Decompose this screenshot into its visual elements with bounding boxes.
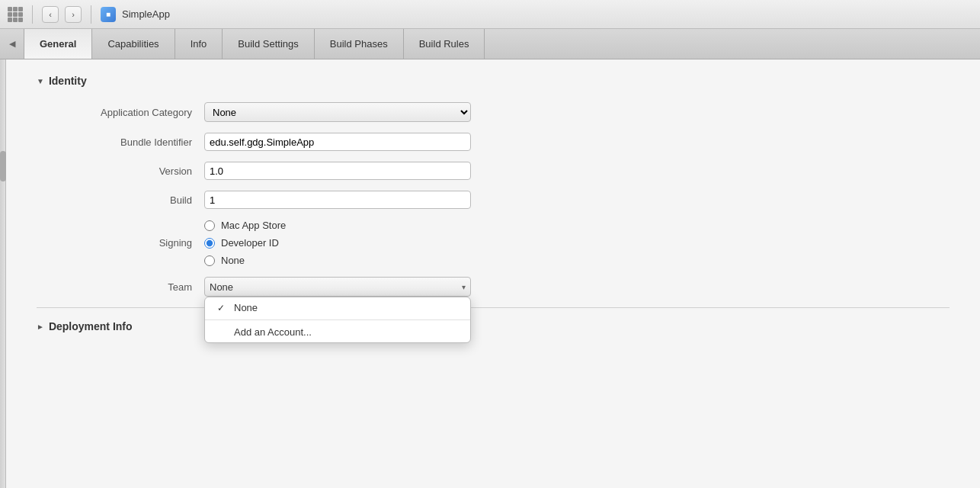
team-option-none[interactable]: ✓ None <box>205 297 470 318</box>
application-category-row: Application Category None <box>37 102 950 122</box>
version-row: Version <box>37 162 950 180</box>
build-control <box>204 191 471 209</box>
divider <box>32 5 33 24</box>
signing-developer-id-radio[interactable] <box>204 238 215 249</box>
dropdown-separator <box>205 319 470 320</box>
grid-panel-icon <box>8 7 23 22</box>
team-dropdown-value: None <box>210 281 233 293</box>
tab-build-rules[interactable]: Build Rules <box>404 29 485 59</box>
signing-none-radio[interactable] <box>204 255 215 266</box>
bundle-identifier-row: Bundle Identifier <box>37 133 950 151</box>
build-label: Build <box>37 194 204 206</box>
bundle-identifier-control <box>204 133 471 151</box>
tab-back-button[interactable]: ◀ <box>0 29 24 59</box>
team-dropdown-menu: ✓ None Add an Account... <box>204 297 471 343</box>
signing-row: Signing Mac App Store Developer ID None <box>37 220 950 266</box>
app-title: SimpleApp <box>122 8 170 20</box>
content-area: ▼ Identity Application Category None Bun… <box>6 59 980 488</box>
application-category-select[interactable]: None <box>204 102 471 122</box>
team-row: Team None ▾ ✓ None Add an Account... <box>37 277 950 297</box>
signing-mac-app-store-row: Mac App Store <box>204 220 471 231</box>
build-row: Build <box>37 191 950 209</box>
tab-build-phases[interactable]: Build Phases <box>315 29 404 59</box>
title-bar: ‹ › ■ SimpleApp <box>0 0 980 29</box>
version-label: Version <box>37 165 204 177</box>
signing-mac-app-store-label: Mac App Store <box>221 220 286 231</box>
version-input[interactable] <box>204 162 471 180</box>
divider <box>91 5 91 24</box>
team-dropdown-container: None ▾ ✓ None Add an Account... <box>204 277 471 297</box>
application-category-label: Application Category <box>37 107 204 118</box>
deployment-title: Deployment Info <box>49 320 133 332</box>
checkmark-icon: ✓ <box>217 303 228 313</box>
identity-collapse-triangle[interactable]: ▼ <box>37 77 44 85</box>
signing-none-row: None <box>204 255 471 266</box>
sidebar-scroll-thumb <box>0 151 6 181</box>
app-icon: ■ <box>101 7 116 22</box>
team-label: Team <box>37 281 204 293</box>
identity-title: Identity <box>49 75 87 87</box>
main-content: ▼ Identity Application Category None Bun… <box>0 59 980 488</box>
deployment-section-header: ► Deployment Info <box>37 320 950 332</box>
tab-general[interactable]: General <box>24 29 92 59</box>
signing-control: Mac App Store Developer ID None <box>204 220 471 266</box>
forward-button[interactable]: › <box>65 6 82 23</box>
bundle-identifier-label: Bundle Identifier <box>37 136 204 148</box>
signing-developer-id-row: Developer ID <box>204 237 471 249</box>
deployment-section: ► Deployment Info <box>37 307 950 332</box>
tab-bar: ◀ General Capabilities Info Build Settin… <box>0 29 980 59</box>
tab-capabilities[interactable]: Capabilities <box>92 29 175 59</box>
bundle-identifier-input[interactable] <box>204 133 471 151</box>
dropdown-arrow-icon: ▾ <box>462 283 466 291</box>
build-input[interactable] <box>204 191 471 209</box>
signing-radio-group: Mac App Store Developer ID None <box>204 220 471 266</box>
team-dropdown-trigger[interactable]: None ▾ <box>204 277 471 297</box>
sidebar-handle <box>0 59 6 488</box>
deployment-expand-triangle[interactable]: ► <box>37 323 44 331</box>
tab-info[interactable]: Info <box>175 29 223 59</box>
back-button[interactable]: ‹ <box>42 6 59 23</box>
signing-label: Signing <box>37 237 204 249</box>
signing-developer-id-label: Developer ID <box>221 237 279 249</box>
signing-none-label: None <box>221 255 245 266</box>
team-option-add-account[interactable]: Add an Account... <box>205 322 470 342</box>
application-category-control: None <box>204 102 471 122</box>
signing-mac-app-store-radio[interactable] <box>204 220 215 231</box>
version-control <box>204 162 471 180</box>
tab-build-settings[interactable]: Build Settings <box>223 29 315 59</box>
identity-section-header: ▼ Identity <box>37 75 950 87</box>
grid-icon <box>8 7 23 22</box>
